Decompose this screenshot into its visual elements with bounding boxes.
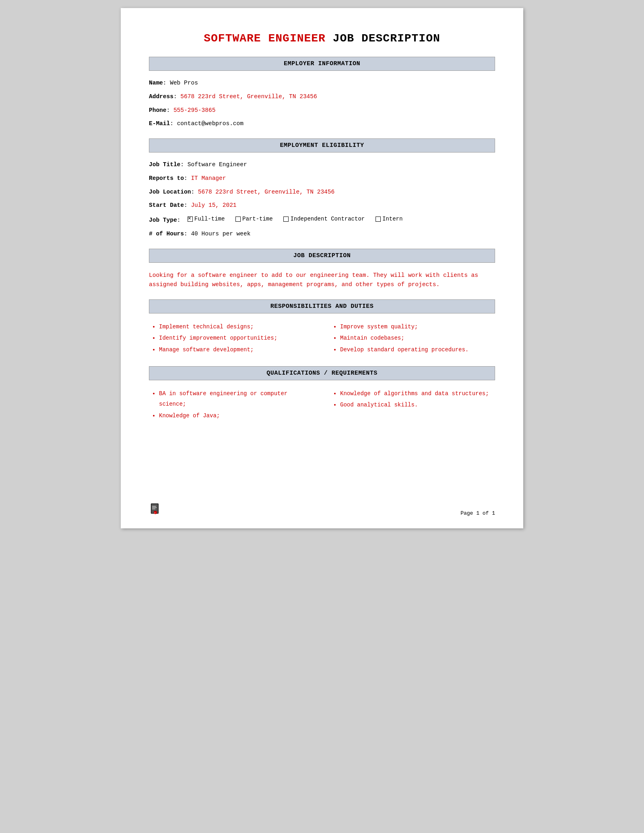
qualifications-list: BA in software engineering or computer s… bbox=[149, 388, 495, 422]
list-item: Good analytical skills. bbox=[340, 400, 495, 410]
job-title-value: Software Engineer bbox=[188, 161, 247, 168]
list-item: Manage software development; bbox=[159, 344, 314, 355]
hours-label: # of Hours bbox=[149, 231, 184, 237]
intern-label: Intern bbox=[382, 215, 402, 223]
qualifications-left-list: BA in software engineering or computer s… bbox=[149, 388, 314, 421]
job-title-row: Job Title: Software Engineer bbox=[149, 161, 495, 169]
qualifications-section: QUALIFICATIONS / REQUIREMENTS BA in soft… bbox=[149, 366, 495, 422]
intern-checkbox[interactable] bbox=[376, 216, 381, 222]
hours-row: # of Hours: 40 Hours per week bbox=[149, 230, 495, 239]
qualifications-left-col: BA in software engineering or computer s… bbox=[149, 388, 314, 422]
job-description-section: JOB DESCRIPTION Looking for a software e… bbox=[149, 249, 495, 289]
employer-name-value: Web Pros bbox=[170, 80, 198, 86]
employer-name-label: Name bbox=[149, 80, 163, 86]
parttime-checkbox-item[interactable]: Part-time bbox=[235, 215, 273, 223]
document-page: SOFTWARE ENGINEER JOB DESCRIPTION EMPLOY… bbox=[121, 8, 523, 528]
responsibilities-section: RESPONSIBILITIES AND DUTIES Implement te… bbox=[149, 299, 495, 356]
employer-name-row: Name: Web Pros bbox=[149, 79, 495, 88]
employer-address-row: Address: 5678 223rd Street, Greenville, … bbox=[149, 93, 495, 101]
contractor-checkbox-item[interactable]: Independent Contractor bbox=[283, 215, 365, 223]
job-location-row: Job Location: 5678 223rd Street, Greenvi… bbox=[149, 188, 495, 197]
list-item: Implement technical designs; bbox=[159, 322, 314, 332]
list-item: Identify improvement opportunities; bbox=[159, 333, 314, 344]
fulltime-checkbox-item[interactable]: Full-time bbox=[188, 215, 225, 223]
contractor-label: Independent Contractor bbox=[290, 215, 365, 223]
list-item: Improve system quality; bbox=[340, 322, 495, 332]
employer-email-label: E-Mail bbox=[149, 120, 170, 127]
hours-value: 40 Hours per week bbox=[191, 231, 250, 237]
list-item: Develop standard operating procedures. bbox=[340, 344, 495, 355]
start-date-label: Start Date bbox=[149, 202, 184, 208]
reports-to-row: Reports to: IT Manager bbox=[149, 174, 495, 183]
svg-rect-2 bbox=[152, 506, 156, 507]
reports-to-value: IT Manager bbox=[191, 175, 226, 181]
list-item: Knowledge of Java; bbox=[159, 410, 314, 421]
employer-phone-row: Phone: 555-295-3865 bbox=[149, 106, 495, 115]
start-date-row: Start Date: July 15, 2021 bbox=[149, 201, 495, 210]
employer-address-value: 5678 223rd Street, Greenville, TN 23456 bbox=[180, 93, 317, 100]
qualifications-header: QUALIFICATIONS / REQUIREMENTS bbox=[149, 366, 495, 380]
job-location-value: 5678 223rd Street, Greenville, TN 23456 bbox=[198, 189, 334, 195]
title-black: JOB DESCRIPTION bbox=[326, 32, 440, 45]
reports-to-label: Reports to bbox=[149, 175, 184, 181]
job-type-label: Job Type bbox=[149, 217, 177, 223]
employer-email-value: contact@webpros.com bbox=[177, 120, 244, 127]
responsibilities-left-col: Implement technical designs; Identify im… bbox=[149, 322, 314, 356]
document-icon: e bbox=[149, 503, 162, 518]
contractor-checkbox[interactable] bbox=[283, 216, 289, 222]
job-type-row: Job Type: Full-time Part-time Independen… bbox=[149, 215, 495, 225]
parttime-label: Part-time bbox=[242, 215, 273, 223]
employer-section: EMPLOYER INFORMATION Name: Web Pros Addr… bbox=[149, 57, 495, 128]
qualifications-right-list: Knowledge of algorithms and data structu… bbox=[330, 388, 495, 410]
svg-rect-4 bbox=[152, 509, 155, 509]
page-number: Page 1 of 1 bbox=[460, 510, 495, 516]
responsibilities-header: RESPONSIBILITIES AND DUTIES bbox=[149, 299, 495, 313]
fulltime-checkbox[interactable] bbox=[188, 216, 193, 222]
title-red: SOFTWARE ENGINEER bbox=[204, 32, 326, 45]
employer-phone-label: Phone bbox=[149, 107, 167, 113]
page-title: SOFTWARE ENGINEER JOB DESCRIPTION bbox=[149, 32, 495, 45]
list-item: BA in software engineering or computer s… bbox=[159, 388, 314, 410]
responsibilities-left-list: Implement technical designs; Identify im… bbox=[149, 322, 314, 355]
job-description-text: Looking for a software engineer to add t… bbox=[149, 271, 495, 289]
fulltime-label: Full-time bbox=[194, 215, 225, 223]
list-item: Knowledge of algorithms and data structu… bbox=[340, 388, 495, 399]
job-title-label: Job Title bbox=[149, 161, 180, 168]
responsibilities-list: Implement technical designs; Identify im… bbox=[149, 322, 495, 356]
intern-checkbox-item[interactable]: Intern bbox=[376, 215, 402, 223]
responsibilities-right-list: Improve system quality; Maintain codebas… bbox=[330, 322, 495, 355]
responsibilities-right-col: Improve system quality; Maintain codebas… bbox=[330, 322, 495, 356]
eligibility-section: EMPLOYMENT ELIGIBILITY Job Title: Softwa… bbox=[149, 138, 495, 239]
parttime-checkbox[interactable] bbox=[235, 216, 241, 222]
employer-header: EMPLOYER INFORMATION bbox=[149, 57, 495, 71]
svg-text:e: e bbox=[155, 511, 156, 514]
job-location-label: Job Location bbox=[149, 189, 191, 195]
eligibility-header: EMPLOYMENT ELIGIBILITY bbox=[149, 138, 495, 153]
list-item: Maintain codebases; bbox=[340, 333, 495, 344]
job-description-header: JOB DESCRIPTION bbox=[149, 249, 495, 263]
qualifications-right-col: Knowledge of algorithms and data structu… bbox=[330, 388, 495, 422]
page-footer: Page 1 of 1 bbox=[460, 510, 495, 516]
svg-rect-3 bbox=[152, 507, 157, 508]
employer-address-label: Address bbox=[149, 93, 173, 100]
employer-email-row: E-Mail: contact@webpros.com bbox=[149, 120, 495, 128]
employer-phone-value: 555-295-3865 bbox=[173, 107, 215, 113]
start-date-value: July 15, 2021 bbox=[191, 202, 236, 208]
